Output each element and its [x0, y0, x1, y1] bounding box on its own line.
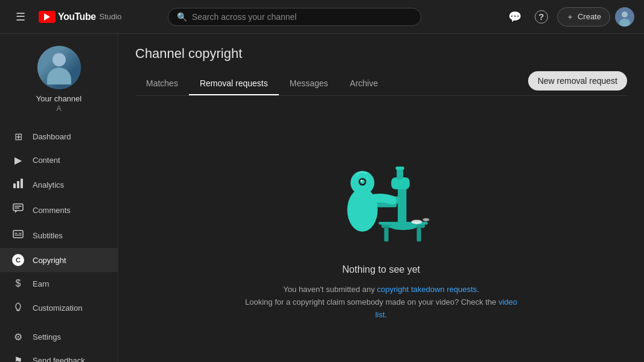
sidebar-item-feedback[interactable]: ⚑ Send feedback	[0, 349, 118, 362]
svg-rect-15	[384, 228, 388, 242]
channel-info: Your channel A	[0, 34, 118, 120]
feedback-icon: ⚑	[12, 355, 24, 362]
svg-point-31	[422, 218, 429, 221]
content-icon: ▶	[12, 154, 24, 166]
sidebar-item-feedback-label: Send feedback	[33, 356, 85, 362]
sidebar-item-subtitles[interactable]: Subtitles	[0, 223, 118, 248]
sidebar-item-customization[interactable]: Customization	[0, 295, 118, 320]
header: ☰ YouTube Studio 🔍 💬 ? ＋ Create	[0, 0, 644, 34]
create-label: Create	[578, 12, 601, 21]
sidebar-item-earn[interactable]: $ Earn	[0, 272, 118, 295]
channel-name: Your channel	[36, 94, 81, 103]
svg-rect-8	[14, 208, 19, 209]
sidebar-item-dashboard[interactable]: ⊞ Dashboard	[0, 125, 118, 148]
svg-rect-6	[13, 204, 23, 211]
new-removal-request-button[interactable]: New removal request	[528, 71, 627, 91]
search-icon: 🔍	[177, 12, 187, 22]
svg-rect-4	[17, 181, 19, 188]
svg-rect-22	[395, 167, 404, 170]
help-button[interactable]: ?	[531, 6, 552, 28]
sidebar-item-comments[interactable]: Comments	[0, 197, 118, 223]
sidebar-item-customization-label: Customization	[33, 303, 82, 313]
menu-button[interactable]: ☰	[10, 6, 31, 28]
tabs-row: Matches Removal requests Messages Archiv…	[135, 71, 627, 96]
menu-icon: ☰	[16, 10, 25, 24]
svg-rect-10	[14, 233, 18, 233]
avatar-image	[615, 7, 634, 27]
sidebar: Your channel A ⊞ Dashboard ▶ Content Ana…	[0, 34, 118, 362]
svg-rect-5	[21, 179, 23, 188]
svg-rect-16	[416, 228, 421, 242]
comments-icon: 💬	[508, 10, 521, 24]
tab-removal-requests[interactable]: Removal requests	[189, 72, 279, 95]
empty-illustration	[327, 136, 436, 251]
sidebar-item-comments-label: Comments	[33, 206, 71, 215]
svg-rect-13	[17, 310, 19, 311]
empty-title: Nothing to see yet	[342, 264, 420, 275]
tabs: Matches Removal requests Messages Archiv…	[135, 72, 389, 95]
sidebar-item-earn-label: Earn	[33, 279, 49, 288]
sidebar-item-settings-label: Settings	[33, 332, 61, 341]
tab-matches[interactable]: Matches	[135, 72, 189, 95]
sidebar-item-subtitles-label: Subtitles	[33, 231, 63, 240]
header-right: 💬 ? ＋ Create	[504, 6, 634, 28]
header-left: ☰ YouTube Studio	[10, 6, 121, 28]
copyright-icon: C	[12, 254, 24, 266]
comments-button[interactable]: 💬	[504, 6, 526, 28]
page-title: Channel copyright	[135, 46, 627, 62]
sidebar-bottom: ⚑ Send feedback	[0, 349, 118, 362]
channel-avatar-image	[37, 46, 81, 89]
svg-point-29	[360, 180, 362, 182]
youtube-icon	[39, 11, 56, 23]
sidebar-item-analytics-label: Analytics	[33, 180, 64, 189]
youtube-studio-logo[interactable]: YouTube Studio	[39, 11, 121, 23]
svg-point-30	[411, 220, 422, 224]
svg-rect-3	[13, 183, 16, 188]
empty-desc-video-before: Looking for a copyright claim somebody m…	[245, 297, 499, 306]
svg-rect-12	[14, 235, 22, 235]
help-icon: ?	[535, 10, 548, 24]
settings-icon: ⚙	[12, 331, 24, 343]
svg-rect-11	[19, 233, 22, 233]
subtitles-icon	[12, 229, 24, 242]
channel-handle: A	[56, 104, 61, 113]
sidebar-item-content[interactable]: ▶ Content	[0, 148, 118, 172]
svg-point-1	[622, 11, 628, 17]
earn-icon: $	[12, 278, 24, 289]
body: Your channel A ⊞ Dashboard ▶ Content Ana…	[0, 34, 644, 362]
customization-icon	[12, 301, 24, 314]
svg-rect-7	[14, 206, 22, 207]
empty-desc-dot: .	[477, 285, 479, 294]
create-button[interactable]: ＋ Create	[557, 7, 610, 27]
empty-description: You haven't submitted any copyright take…	[243, 284, 520, 321]
tab-archive[interactable]: Archive	[339, 72, 389, 95]
logo-youtube-text: YouTube	[58, 11, 96, 22]
empty-desc-before: You haven't submitted any	[283, 285, 377, 294]
page-header: Channel copyright Matches Removal reques…	[118, 34, 644, 96]
sidebar-item-dashboard-label: Dashboard	[33, 132, 71, 141]
logo-studio-text: Studio	[100, 12, 122, 21]
sidebar-item-settings[interactable]: ⚙ Settings	[0, 325, 118, 349]
copyright-takedown-link[interactable]: copyright takedown requests	[377, 285, 477, 294]
analytics-icon	[12, 178, 24, 191]
sidebar-item-analytics[interactable]: Analytics	[0, 172, 118, 197]
channel-avatar[interactable]	[37, 46, 81, 89]
main-content-area: Channel copyright Matches Removal reques…	[118, 34, 644, 362]
dashboard-icon: ⊞	[12, 131, 24, 142]
search-bar-inner: 🔍	[168, 8, 421, 26]
create-plus-icon: ＋	[566, 11, 574, 22]
sidebar-item-content-label: Content	[33, 156, 60, 165]
sidebar-item-copyright[interactable]: C Copyright	[0, 248, 118, 272]
comments-sidebar-icon	[12, 203, 24, 217]
search-input[interactable]	[192, 12, 412, 22]
tab-messages[interactable]: Messages	[279, 72, 339, 95]
search-bar: 🔍	[168, 8, 421, 26]
main-empty-state: Nothing to see yet You haven't submitted…	[118, 96, 644, 362]
avatar[interactable]	[615, 7, 634, 27]
empty-desc-period: .	[385, 310, 387, 319]
svg-rect-9	[13, 230, 23, 238]
sidebar-item-copyright-label: Copyright	[33, 256, 66, 265]
empty-state: Nothing to see yet You haven't submitted…	[243, 136, 520, 321]
